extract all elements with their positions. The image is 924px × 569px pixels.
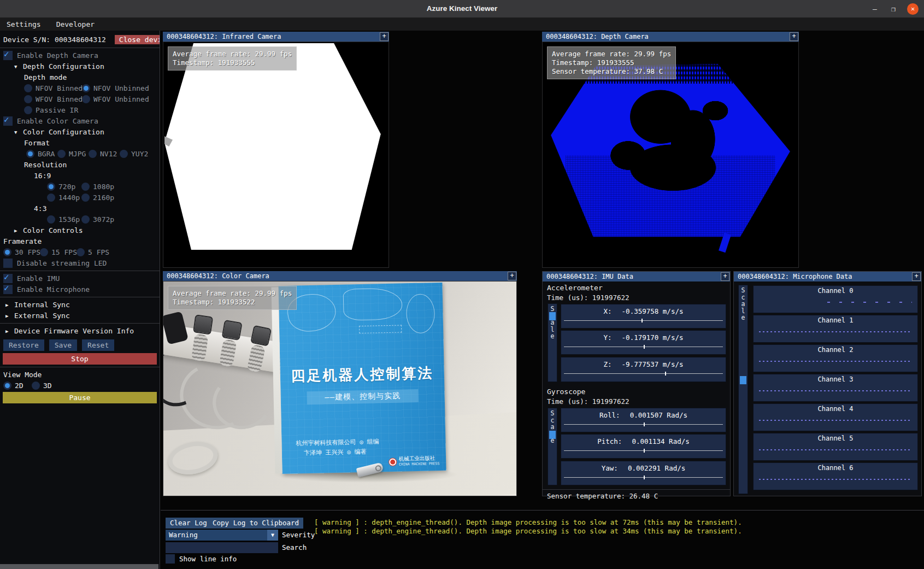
radio-2d[interactable]: 2D <box>3 382 32 390</box>
ratio-16-9-label: 16:9 <box>0 171 160 181</box>
reset-button[interactable]: Reset <box>82 339 114 351</box>
slider-handle[interactable] <box>740 376 746 384</box>
radio-icon[interactable] <box>81 183 90 191</box>
depth-configuration-tree[interactable]: ▼ Depth Configuration <box>0 61 160 72</box>
color-configuration-tree[interactable]: ▼ Color Configuration <box>0 127 160 137</box>
radio-5fps[interactable]: 5 FPS <box>76 248 109 256</box>
radio-1440p[interactable]: 1440p <box>47 193 81 202</box>
radio-30fps[interactable]: 30 FPS <box>3 248 40 256</box>
enable-depth-camera-checkbox[interactable]: ✓ Enable Depth Camera <box>0 50 160 61</box>
accel-scale-slider[interactable]: Scale <box>548 303 557 382</box>
radio-nv12[interactable]: NV12 <box>89 150 120 158</box>
save-button[interactable]: Save <box>49 339 77 351</box>
gyro-scale-slider[interactable]: Scale <box>548 408 557 485</box>
radio-15fps[interactable]: 15 FPS <box>40 248 76 256</box>
menu-settings[interactable]: Settings <box>7 20 41 28</box>
device-firmware-tree[interactable]: ▶ Device Firmware Version Info <box>0 326 160 336</box>
expand-icon[interactable]: + <box>508 272 516 280</box>
radio-wfov-binned[interactable]: WFOV Binned <box>24 95 82 103</box>
expand-icon[interactable]: + <box>912 272 921 281</box>
close-device-button[interactable]: Close device <box>115 35 160 44</box>
radio-3072p[interactable]: 3072p <box>81 215 114 224</box>
radio-icon[interactable] <box>32 382 40 390</box>
radio-selected-icon[interactable] <box>3 248 11 256</box>
clear-log-button[interactable]: Clear Log <box>166 518 211 529</box>
imu-panel-header[interactable]: 000348604312: IMU Data + <box>543 272 730 281</box>
radio-selected-icon[interactable] <box>26 150 34 158</box>
checkbox-checked[interactable]: ✓ <box>3 274 13 283</box>
radio-icon[interactable] <box>24 106 32 114</box>
radio-bgra[interactable]: BGRA <box>26 150 57 158</box>
radio-icon[interactable] <box>89 150 97 158</box>
expand-icon[interactable]: + <box>721 272 729 281</box>
close-button[interactable]: ✕ <box>907 3 919 15</box>
radio-yuy2[interactable]: YUY2 <box>120 150 148 158</box>
radio-icon[interactable] <box>81 215 90 224</box>
diagram-callout <box>359 325 402 333</box>
infrared-panel-header[interactable]: 000348604312: Infrared Camera + <box>163 32 389 42</box>
radio-3d[interactable]: 3D <box>32 382 52 390</box>
radio-selected-icon[interactable] <box>47 183 55 191</box>
checkbox-checked[interactable]: ✓ <box>3 285 13 294</box>
minimize-button[interactable]: – <box>870 5 880 13</box>
radio-icon[interactable] <box>47 215 55 224</box>
sidebar-scrollbar[interactable] <box>0 564 158 569</box>
radio-1536p[interactable]: 1536p <box>47 215 81 224</box>
radio-2160p[interactable]: 2160p <box>81 193 114 202</box>
mic-scale-slider[interactable]: Scale <box>738 285 748 494</box>
radio-icon[interactable] <box>24 84 32 92</box>
depth-panel-header[interactable]: 000348604312: Depth Camera + <box>542 32 799 42</box>
radio-720p[interactable]: 720p <box>47 183 81 191</box>
radio-selected-icon[interactable] <box>3 382 11 390</box>
maximize-button[interactable]: ❐ <box>888 5 898 13</box>
radio-icon[interactable] <box>120 150 128 158</box>
gyroscope-time: Time (us): 191997622 <box>547 397 629 406</box>
radio-icon[interactable] <box>40 248 48 256</box>
enable-color-camera-checkbox[interactable]: ✓ Enable Color Camera <box>0 116 160 126</box>
restore-button[interactable]: Restore <box>3 339 44 351</box>
checkbox-unchecked[interactable] <box>3 259 13 268</box>
waveform <box>827 302 912 303</box>
radio-icon[interactable] <box>76 248 85 256</box>
radio-icon[interactable] <box>24 95 32 103</box>
radio-icon[interactable] <box>57 150 66 158</box>
enable-microphone-checkbox[interactable]: ✓ Enable Microphone <box>0 284 160 295</box>
pause-button[interactable]: Pause <box>3 392 157 403</box>
microphone-panel-header[interactable]: 000348604312: Microphone Data + <box>734 272 921 281</box>
mic-channel: Channel 0 <box>753 285 918 313</box>
dropdown-arrow-icon[interactable]: ▼ <box>267 530 278 541</box>
resolution-row2: 1440p 2160p <box>0 192 160 203</box>
copy-log-button[interactable]: Copy Log to Clipboard <box>208 518 303 529</box>
color-controls-tree[interactable]: ▶ Color Controls <box>0 225 160 236</box>
menu-developer[interactable]: Developer <box>56 20 95 28</box>
checkbox-checked[interactable]: ✓ <box>3 51 13 60</box>
external-sync-tree[interactable]: ▶ External Sync <box>0 310 160 321</box>
y-label: Y: <box>604 333 612 342</box>
expand-icon[interactable]: + <box>790 32 798 41</box>
slider-handle[interactable] <box>549 431 556 439</box>
disable-streaming-led-checkbox[interactable]: Disable streaming LED <box>0 258 160 268</box>
stop-button[interactable]: Stop <box>3 353 157 365</box>
radio-mjpg[interactable]: MJPG <box>57 150 89 158</box>
waveform <box>759 420 912 421</box>
radio-nfov-binned[interactable]: NFOV Binned <box>24 84 82 92</box>
show-line-info-checkbox[interactable] <box>166 554 175 564</box>
radio-selected-icon[interactable] <box>82 84 90 92</box>
internal-sync-tree[interactable]: ▶ Internal Sync <box>0 300 160 310</box>
expand-icon[interactable]: + <box>380 32 389 41</box>
enable-imu-checkbox[interactable]: ✓ Enable IMU <box>0 273 160 284</box>
radio-icon[interactable] <box>82 95 90 103</box>
radio-icon[interactable] <box>47 193 55 202</box>
radio-wfov-unbinned[interactable]: WFOV Unbinned <box>82 95 149 103</box>
radio-1080p[interactable]: 1080p <box>81 183 114 191</box>
slider-handle[interactable] <box>549 312 556 320</box>
divider <box>0 271 160 271</box>
radio-icon[interactable] <box>81 193 90 202</box>
radio-nfov-unbinned[interactable]: NFOV Unbinned <box>82 84 149 92</box>
radio-passive-ir[interactable]: Passive IR <box>24 106 78 114</box>
divider <box>0 323 160 324</box>
severity-dropdown[interactable]: Warning ▼ <box>166 530 278 541</box>
log-search-input[interactable] <box>166 542 278 553</box>
checkbox-checked[interactable]: ✓ <box>3 116 13 126</box>
color-panel-header[interactable]: 000348604312: Color Camera + <box>163 271 517 281</box>
